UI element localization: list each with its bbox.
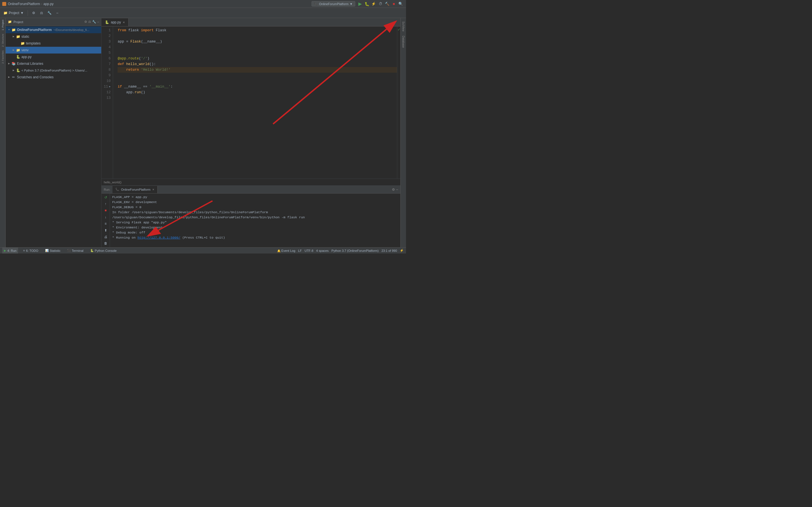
project-panel: 📁 Project ⚙ ⚖ 🔧 – ▼ 📁 OnlineForumPlatfor… bbox=[6, 18, 101, 247]
line-numbers: 1 2 3 4 5 6 7 8 9 10 11 ▶ 12 13 bbox=[101, 26, 113, 179]
debug-icon-btn[interactable]: 🐛 bbox=[364, 1, 370, 7]
event-log-icon: 🔔 bbox=[277, 249, 281, 252]
code-line-7: def hello_world(): bbox=[117, 61, 397, 67]
scroll-up-btn[interactable]: ↑ bbox=[103, 201, 109, 207]
scratches-item[interactable]: ▶ ✏ Scratches and Consoles bbox=[6, 74, 101, 80]
print-btn[interactable]: 🖨 bbox=[103, 234, 109, 239]
clear-btn[interactable]: 🗑 bbox=[103, 241, 109, 246]
header-balance-icon[interactable]: ⚖ bbox=[88, 20, 91, 24]
code-content[interactable]: from flask import Flask app = Flask(__na… bbox=[113, 26, 397, 179]
output-line-3: FLASK_DEBUG = 0 bbox=[112, 205, 398, 210]
structure-vert-tab[interactable]: 2: Structure bbox=[1, 32, 5, 49]
line-ending-label[interactable]: LF bbox=[298, 249, 302, 252]
project-vert-tab[interactable]: 1: Project bbox=[1, 18, 5, 32]
project-label: Project bbox=[9, 11, 19, 15]
run-panel-actions: ⚙ – bbox=[392, 187, 398, 191]
stop-icon-btn[interactable]: ■ bbox=[391, 1, 397, 7]
static-item[interactable]: ▶ 📁 static bbox=[6, 33, 101, 40]
favorites-vert-tab[interactable]: 2: Favorites bbox=[1, 49, 5, 65]
settings-button[interactable]: ⚙ bbox=[30, 10, 37, 16]
rerun-btn[interactable]: ↺ bbox=[103, 194, 109, 200]
wrap-btn[interactable]: ≡ bbox=[103, 221, 109, 226]
run-panel-settings-icon[interactable]: ⚙ bbox=[392, 187, 395, 191]
title-actions: 📞 OnlineForumPlatform ▼ ▶ 🐛 ⚡ ⏱ 🔨 ■ 🔍 bbox=[312, 1, 404, 7]
minimize-button[interactable]: – bbox=[54, 10, 61, 16]
python-console-tab[interactable]: 🐍 Python Console bbox=[89, 247, 118, 254]
run-output: FLASK_APP = app.py FLASK_ENV = developme… bbox=[110, 193, 400, 247]
venv-item[interactable]: ▶ 📁 venv bbox=[6, 47, 101, 54]
stop-btn[interactable]: ■ bbox=[103, 208, 109, 213]
app-python-icon: 🐍 bbox=[16, 55, 20, 59]
profile-icon-btn[interactable]: ⏱ bbox=[377, 1, 384, 7]
run-status-label: 4: Run bbox=[7, 249, 16, 252]
run-panel: Run: 📞 OnlineForumPlatform ✕ ⚙ – bbox=[101, 185, 400, 247]
tab-close-btn[interactable]: ✕ bbox=[123, 21, 125, 24]
run-tab-label: OnlineForumPlatform bbox=[121, 188, 151, 191]
balance-button[interactable]: ⚖ bbox=[38, 10, 45, 16]
project-panel-header: 📁 Project ⚙ ⚖ 🔧 – bbox=[6, 18, 101, 26]
search-icon-btn[interactable]: 🔍 bbox=[398, 1, 404, 7]
run-panel-header: Run: 📞 OnlineForumPlatform ✕ ⚙ – bbox=[101, 186, 400, 193]
sort-btn[interactable]: ⬆ bbox=[103, 228, 109, 233]
interpreter-label[interactable]: Python 3.7 (OnlineForumPlatform) bbox=[331, 249, 378, 252]
python-item[interactable]: ▶ 🐍 < Python 3.7 (OnlineForumPlatform) >… bbox=[6, 67, 101, 74]
static-label: static bbox=[21, 34, 29, 40]
terminal-status-tab[interactable]: ⬛ Terminal bbox=[65, 247, 85, 254]
run-config-label: OnlineForumPlatform bbox=[319, 2, 349, 6]
static-folder-icon: 📁 bbox=[16, 34, 20, 39]
flask-url[interactable]: http://127.0.0.1:5000/ bbox=[138, 236, 181, 239]
fold-arrow-11[interactable]: ▶ bbox=[109, 84, 110, 90]
build-icon-btn[interactable]: 🔨 bbox=[384, 1, 390, 7]
header-settings-icon[interactable]: ⚙ bbox=[84, 20, 87, 24]
templates-item[interactable]: 📁 templates bbox=[6, 40, 101, 47]
project-menu-button[interactable]: 📁 Project ▼ bbox=[2, 10, 26, 15]
code-line-10 bbox=[117, 78, 397, 84]
main-toolbar: 📁 Project ▼ ⚙ ⚖ 🔧 – bbox=[0, 8, 406, 18]
title-bar: OnlineForumPlatform › app.py 📞 OnlineFor… bbox=[0, 0, 406, 8]
todo-status-tab[interactable]: ≡ 6: TODO bbox=[21, 247, 40, 254]
statistic-label: Statistic bbox=[50, 249, 61, 252]
run-config-button[interactable]: 📞 OnlineForumPlatform ▼ bbox=[312, 1, 355, 6]
breadcrumb-bar: hello_world() bbox=[101, 179, 400, 185]
coverage-icon-btn[interactable]: ⚡ bbox=[370, 1, 377, 7]
output-line-1: FLASK_APP = app.py bbox=[112, 194, 398, 200]
run-icon-btn[interactable]: ▶ bbox=[357, 1, 363, 7]
app-py-item[interactable]: 🐍 app.py bbox=[6, 54, 101, 60]
app-py-tab[interactable]: 🐍 app.py ✕ bbox=[101, 18, 129, 26]
statistic-status-tab[interactable]: 📊 Statistic bbox=[43, 247, 62, 254]
run-panel-minimize-icon[interactable]: – bbox=[396, 187, 398, 191]
run-label: Run: bbox=[104, 188, 110, 191]
content-area: 1: Project 2: Structure 2: Favorites 📁 P… bbox=[0, 18, 406, 247]
run-tab-icon: 📞 bbox=[115, 187, 119, 191]
code-line-11: if __name__ == '__main__': bbox=[117, 84, 397, 90]
run-tab-close[interactable]: ✕ bbox=[152, 188, 154, 191]
terminal-icon: ⬛ bbox=[67, 249, 70, 252]
run-tab[interactable]: 📞 OnlineForumPlatform ✕ bbox=[112, 186, 158, 193]
root-label: OnlineForumPlatform bbox=[17, 27, 52, 33]
encoding-label[interactable]: UTF-8 bbox=[305, 249, 313, 252]
memory-icon[interactable]: ⚡ bbox=[400, 249, 404, 252]
status-right: 🔔 Event Log LF UTF-8 4 spaces Python 3.7… bbox=[277, 249, 404, 252]
editor-wrapper: 🐍 app.py ✕ 1 2 3 4 5 6 bbox=[101, 18, 400, 185]
ext-lib-item[interactable]: ▶ 📚 External Libraries bbox=[6, 60, 101, 67]
event-log-link[interactable]: 🔔 Event Log bbox=[277, 249, 296, 252]
database-tab[interactable]: Database bbox=[401, 34, 405, 50]
root-item[interactable]: ▼ 📁 OnlineForumPlatform ~/Documents/deve… bbox=[6, 26, 101, 33]
run-status-tab[interactable]: ▶ 4: Run bbox=[2, 247, 18, 254]
header-gear-icon[interactable]: 🔧 bbox=[92, 20, 96, 24]
left-vert-tabs: 1: Project 2: Structure 2: Favorites bbox=[0, 18, 6, 247]
project-chevron: ▼ bbox=[20, 11, 24, 15]
scview-tab[interactable]: SciView bbox=[401, 19, 405, 34]
templates-label: templates bbox=[26, 41, 41, 46]
indent-label[interactable]: 4 spaces bbox=[316, 249, 328, 252]
scroll-down-btn[interactable]: ↓ bbox=[103, 214, 109, 220]
output-line-7: * Environment: development bbox=[112, 225, 398, 230]
output-line-4: In folder /Users/qiguan/Documents/develo… bbox=[112, 210, 398, 215]
code-line-1: from flask import Flask bbox=[117, 27, 397, 33]
root-folder-icon: 📁 bbox=[11, 27, 16, 32]
ext-lib-label: External Libraries bbox=[17, 61, 43, 66]
header-minus-icon[interactable]: – bbox=[97, 20, 99, 24]
python-console-label: Python Console bbox=[95, 249, 117, 252]
code-line-3: app = Flask(__name__) bbox=[117, 39, 397, 45]
gear-button[interactable]: 🔧 bbox=[46, 10, 53, 16]
